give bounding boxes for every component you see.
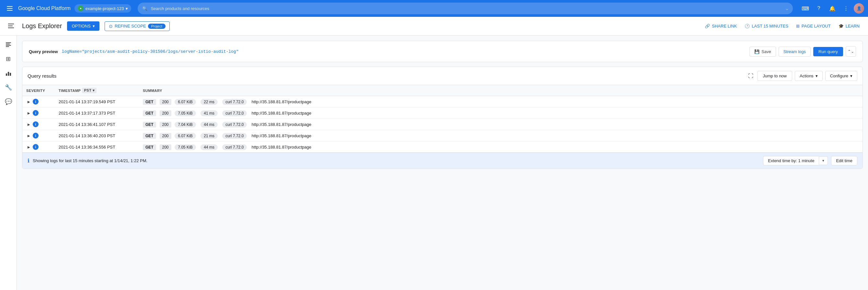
time-tag: 22 ms [200, 99, 218, 105]
query-preview-code: logName="projects/asm-audit-policy-30150… [62, 49, 746, 54]
configure-chevron-icon: ▾ [850, 73, 852, 78]
url-value: http://35.188.81.87/productpage [252, 133, 311, 138]
notifications-button[interactable]: 🔔 [827, 3, 838, 14]
options-button[interactable]: OPTIONS ▾ [67, 21, 99, 31]
pst-badge[interactable]: PST ▾ [82, 88, 96, 93]
query-preview-card: Query preview logName="projects/asm-audi… [22, 41, 863, 62]
user-avatar[interactable]: 👤 [854, 3, 864, 13]
run-query-button[interactable]: Run query [813, 47, 843, 56]
nav-menu-icon[interactable] [5, 21, 17, 32]
main-layout: ⊞ 🔧 💬 Query preview logName="projects/as… [0, 36, 868, 290]
extend-time-button[interactable]: Extend time by: 1 minute [763, 156, 819, 165]
svg-rect-0 [8, 24, 14, 24]
url-value: http://35.188.81.87/productpage [252, 122, 311, 127]
search-placeholder: Search products and resources [151, 6, 209, 11]
search-bar[interactable]: 🔍 Search products and resources ⌵ [138, 3, 793, 14]
terminal-button[interactable]: ⌨ [799, 3, 811, 14]
expand-row-button[interactable]: ▶ [26, 99, 31, 104]
method-tag: GET [143, 133, 156, 139]
more-options-button[interactable]: ⋮ [840, 3, 852, 14]
svg-rect-8 [8, 72, 9, 76]
status-tag: 200 [160, 99, 171, 105]
project-dot: ● [78, 5, 84, 11]
summary-cell: GET 200 6.07 KiB 21 ms curl 7.72.0 http:… [139, 130, 863, 141]
agent-tag: curl 7.72.0 [222, 110, 247, 116]
svg-rect-3 [6, 42, 11, 43]
hamburger-menu[interactable] [4, 3, 16, 14]
project-badge: Project [148, 24, 165, 29]
agent-tag: curl 7.72.0 [222, 122, 247, 128]
summary-cell: GET 200 7.05 KiB 44 ms curl 7.72.0 http:… [139, 141, 863, 153]
size-tag: 7.04 KiB [175, 122, 196, 128]
sidebar-item-dashboard[interactable]: ⊞ [2, 53, 15, 65]
timestamp-cell: 2021-01-14 13:36:40.203 PST [55, 130, 139, 141]
results-header: Query results ⛶ Jump to now Actions ▾ Co… [22, 67, 863, 85]
expand-row-button[interactable]: ▶ [26, 122, 31, 127]
status-tag: 200 [160, 144, 171, 150]
query-actions: 💾 Save Stream logs Run query ⌃⌄ [749, 46, 856, 57]
last-minutes-button[interactable]: 🕐 LAST 15 MINUTES [741, 22, 791, 30]
edit-time-button[interactable]: Edit time [831, 156, 857, 165]
time-tag: 21 ms [200, 133, 218, 139]
expand-row-button[interactable]: ▶ [26, 133, 31, 138]
query-preview-label: Query preview [29, 49, 58, 54]
time-tag: 41 ms [200, 110, 218, 116]
extend-time-group: Extend time by: 1 minute ▾ [763, 156, 828, 165]
logs-list-icon [5, 41, 12, 48]
table-row: ▶ i 2021-01-14 13:37:17.373 PST GET 200 … [22, 107, 863, 119]
refine-scope-icon: ⊙ [109, 24, 113, 29]
top-nav-right: ⌨ ? 🔔 ⋮ 👤 [799, 3, 864, 14]
query-results-card: Query results ⛶ Jump to now Actions ▾ Co… [22, 67, 863, 169]
app-logo: Google Cloud Platform [18, 5, 71, 11]
share-link-button[interactable]: 🔗 SHARE LINK [702, 22, 740, 30]
table-header-row: SEVERITY TIMESTAMP PST ▾ SUMMARY [22, 85, 863, 96]
stream-logs-button[interactable]: Stream logs [779, 46, 811, 57]
project-selector[interactable]: ● example-project-123 ▾ [74, 4, 131, 12]
severity-cell: ▶ i [22, 141, 55, 153]
table-row: ▶ i 2021-01-14 13:36:34.556 PST GET 200 … [22, 141, 863, 153]
summary-cell: GET 200 7.04 KiB 44 ms curl 7.72.0 http:… [139, 119, 863, 130]
share-link-icon: 🔗 [705, 24, 710, 29]
expand-row-button[interactable]: ▶ [26, 111, 31, 116]
agent-tag: curl 7.72.0 [222, 99, 247, 105]
sidebar-item-chat[interactable]: 💬 [2, 95, 15, 108]
clock-icon: 🕐 [745, 24, 750, 29]
extend-time-dropdown-button[interactable]: ▾ [819, 156, 828, 165]
sidebar-item-logs[interactable] [2, 38, 15, 51]
col-timestamp: TIMESTAMP PST ▾ [55, 85, 139, 96]
layout-icon: ⊞ [796, 24, 800, 29]
fullscreen-button[interactable]: ⛶ [747, 72, 755, 80]
url-value: http://35.188.81.87/productpage [252, 111, 311, 116]
info-severity-icon: i [33, 110, 38, 116]
main-content: Query preview logName="projects/asm-audi… [17, 36, 868, 290]
avatar-image: 👤 [854, 3, 864, 13]
actions-button[interactable]: Actions ▾ [795, 71, 823, 81]
table-row: ▶ i 2021-01-14 13:37:19.549 PST GET 200 … [22, 96, 863, 107]
save-button[interactable]: 💾 Save [749, 46, 776, 57]
severity-cell: ▶ i [22, 107, 55, 119]
url-value: http://35.188.81.87/productpage [252, 99, 311, 104]
size-tag: 6.07 KiB [175, 133, 196, 139]
refine-scope-button[interactable]: ⊙ REFINE SCOPE Project [104, 21, 170, 31]
sidebar-item-metrics[interactable] [2, 67, 15, 79]
size-tag: 7.05 KiB [175, 110, 196, 116]
learn-button[interactable]: 🎓 LEARN [835, 22, 863, 30]
page-layout-button[interactable]: ⊞ PAGE LAYOUT [793, 22, 834, 30]
method-tag: GET [143, 144, 156, 150]
help-button[interactable]: ? [813, 3, 825, 14]
expand-row-button[interactable]: ▶ [26, 145, 31, 150]
sidebar-item-wrench[interactable]: 🔧 [2, 81, 15, 94]
timestamp-header: TIMESTAMP PST ▾ [59, 88, 135, 93]
time-tag: 44 ms [200, 122, 218, 128]
second-nav: Logs Explorer OPTIONS ▾ ⊙ REFINE SCOPE P… [0, 17, 868, 36]
jump-to-now-button[interactable]: Jump to now [757, 71, 792, 81]
method-tag: GET [143, 122, 156, 128]
configure-button[interactable]: Configure ▾ [825, 71, 857, 81]
timestamp-cell: 2021-01-14 13:36:34.556 PST [55, 141, 139, 153]
footer-bar: ℹ Showing logs for last 15 minutes start… [22, 153, 863, 169]
expand-query-button[interactable]: ⌃⌄ [846, 46, 856, 57]
nav-right-actions: 🔗 SHARE LINK 🕐 LAST 15 MINUTES ⊞ PAGE LA… [702, 22, 863, 30]
info-severity-icon: i [33, 144, 38, 150]
chevron-down-icon: ▾ [126, 6, 128, 11]
severity-cell: ▶ i [22, 119, 55, 130]
